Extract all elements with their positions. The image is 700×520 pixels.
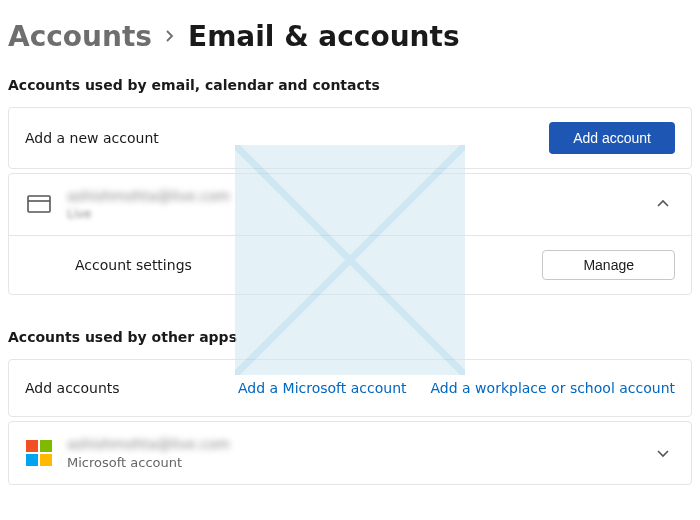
add-new-account-label: Add a new account — [25, 130, 535, 146]
manage-button[interactable]: Manage — [542, 250, 675, 280]
add-new-account-card: Add a new account Add account — [8, 107, 692, 169]
breadcrumb: Accounts Email & accounts — [0, 0, 700, 67]
email-account-row[interactable]: ashishmohta@live.com Live — [9, 174, 691, 235]
app-account-row[interactable]: ashishmohta@live.com Microsoft account — [9, 422, 691, 484]
microsoft-logo-icon — [25, 439, 53, 467]
app-account-subtype: Microsoft account — [67, 455, 637, 470]
chevron-down-icon — [651, 441, 675, 465]
add-accounts-label: Add accounts — [25, 380, 224, 396]
account-email: ashishmohta@live.com — [67, 188, 637, 205]
app-account-card: ashishmohta@live.com Microsoft account — [8, 421, 692, 485]
section-title-email: Accounts used by email, calendar and con… — [0, 67, 700, 107]
account-settings-label: Account settings — [75, 257, 542, 273]
breadcrumb-parent[interactable]: Accounts — [8, 20, 152, 53]
email-account-card: ashishmohta@live.com Live Account settin… — [8, 173, 692, 295]
svg-rect-3 — [28, 196, 50, 212]
app-account-email: ashishmohta@live.com — [67, 436, 637, 453]
chevron-right-icon — [164, 27, 176, 46]
chevron-up-icon — [651, 192, 675, 216]
account-provider: Live — [67, 207, 637, 221]
breadcrumb-current: Email & accounts — [188, 20, 460, 53]
add-accounts-card: Add accounts Add a Microsoft account Add… — [8, 359, 692, 417]
add-account-button[interactable]: Add account — [549, 122, 675, 154]
add-work-school-account-link[interactable]: Add a workplace or school account — [431, 380, 675, 396]
account-settings-row: Account settings Manage — [9, 235, 691, 294]
card-icon — [25, 190, 53, 218]
add-microsoft-account-link[interactable]: Add a Microsoft account — [238, 380, 407, 396]
section-title-apps: Accounts used by other apps — [0, 299, 700, 359]
